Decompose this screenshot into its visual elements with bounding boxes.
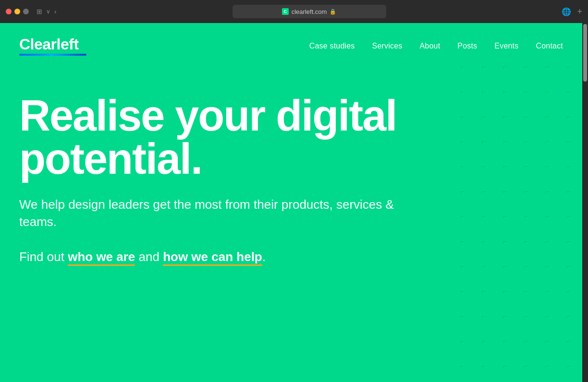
bracket-decoration: ⌐	[478, 336, 489, 346]
main-nav: Clearleft Case studies Services About Po…	[0, 23, 582, 56]
bracket-decoration: ⌐	[521, 211, 531, 222]
address-bar-container: C clearleft.com 🔒	[61, 5, 558, 18]
bracket-decoration: ⌐	[457, 186, 468, 197]
bracket-decoration: ⌐	[457, 336, 468, 346]
nav-link-services[interactable]: Services	[372, 42, 403, 50]
bracket-decoration: ⌐	[478, 286, 489, 297]
bracket-decoration: ⌐	[457, 361, 468, 371]
bracket-decoration: ⌐	[457, 111, 468, 122]
bracket-decoration: ⌐	[563, 86, 574, 97]
url-text: clearleft.com	[292, 8, 327, 15]
bracket-decoration: ⌐	[542, 236, 552, 247]
address-bar[interactable]: C clearleft.com 🔒	[233, 5, 386, 18]
bracket-decoration: ⌐	[563, 211, 574, 222]
bracket-decoration: ⌐	[457, 136, 468, 147]
bracket-decoration: ⌐	[457, 286, 468, 297]
bracket-decoration: ⌐	[500, 361, 510, 371]
bracket-decoration: ⌐	[542, 86, 552, 97]
bracket-decoration: ⌐	[500, 161, 510, 172]
bracket-decoration: ⌐	[542, 161, 552, 172]
bracket-decoration: ⌐	[563, 286, 574, 297]
website-content: ⌐ ⌐ ⌐ ⌐ ⌐ ⌐ ⌐ ⌐ ⌐ ⌐ ⌐ ⌐ ⌐ ⌐ ⌐ ⌐ ⌐ ⌐ ⌐ ⌐ …	[0, 23, 582, 382]
bracket-decoration: ⌐	[521, 236, 531, 247]
bracket-decoration: ⌐	[521, 286, 531, 297]
chevron-down-icon[interactable]: ∨	[46, 8, 50, 15]
decorative-pattern: ⌐ ⌐ ⌐ ⌐ ⌐ ⌐ ⌐ ⌐ ⌐ ⌐ ⌐ ⌐ ⌐ ⌐ ⌐ ⌐ ⌐ ⌐ ⌐ ⌐ …	[448, 23, 582, 382]
bracket-decoration: ⌐	[563, 136, 574, 147]
back-icon[interactable]: ‹	[54, 8, 57, 15]
bracket-decoration: ⌐	[457, 261, 468, 272]
bracket-decoration: ⌐	[500, 236, 510, 247]
close-button[interactable]	[6, 9, 12, 14]
hero-subtext: We help design leaders get the most from…	[19, 196, 413, 231]
bracket-decoration: ⌐	[521, 186, 531, 197]
scrollbar-thumb[interactable]	[583, 24, 587, 82]
bracket-decoration: ⌐	[457, 211, 468, 222]
sidebar-toggle-icon[interactable]: ⊞	[37, 8, 42, 15]
bracket-decoration: ⌐	[478, 136, 489, 147]
bracket-decoration: ⌐	[457, 161, 468, 172]
bracket-decoration: ⌐	[542, 261, 552, 272]
hero-cta: Find out who we are and how we can help.	[19, 248, 413, 265]
bracket-decoration: ⌐	[478, 186, 489, 197]
bracket-decoration: ⌐	[478, 61, 489, 72]
who-we-are-link[interactable]: who we are	[68, 250, 135, 266]
cta-prefix: Find out	[19, 250, 68, 264]
bracket-decoration: ⌐	[521, 136, 531, 147]
how-we-can-help-link[interactable]: how we can help	[163, 250, 262, 266]
cta-middle: and	[135, 250, 163, 264]
bracket-decoration: ⌐	[542, 311, 552, 322]
bracket-decoration: ⌐	[500, 86, 510, 97]
bracket-decoration: ⌐	[478, 261, 489, 272]
lock-icon: 🔒	[330, 9, 336, 15]
bracket-decoration: ⌐	[563, 261, 574, 272]
hero-section: Realise your digital potential. We help …	[0, 56, 432, 265]
bracket-decoration: ⌐	[542, 111, 552, 122]
bracket-decoration: ⌐	[500, 286, 510, 297]
bracket-decoration: ⌐	[542, 336, 552, 346]
bracket-decoration: ⌐	[500, 61, 510, 72]
nav-link-contact[interactable]: Contact	[536, 42, 563, 50]
bracket-decoration: ⌐	[500, 211, 510, 222]
bracket-decoration: ⌐	[563, 336, 574, 346]
bracket-decoration: ⌐	[500, 186, 510, 197]
nav-link-about[interactable]: About	[420, 42, 441, 50]
new-tab-button[interactable]: +	[577, 7, 582, 17]
bracket-decoration: ⌐	[563, 311, 574, 322]
bracket-decoration: ⌐	[478, 161, 489, 172]
bracket-decoration: ⌐	[542, 286, 552, 297]
bracket-decoration: ⌐	[563, 111, 574, 122]
bracket-decoration: ⌐	[542, 136, 552, 147]
bracket-decoration: ⌐	[478, 111, 489, 122]
bracket-decoration: ⌐	[457, 86, 468, 97]
bracket-decoration: ⌐	[457, 311, 468, 322]
nav-links: Case studies Services About Posts Events…	[309, 42, 563, 50]
bracket-decoration: ⌐	[542, 211, 552, 222]
bracket-decoration: ⌐	[521, 111, 531, 122]
bracket-decoration: ⌐	[521, 361, 531, 371]
bracket-decoration: ⌐	[521, 261, 531, 272]
bracket-decoration: ⌐	[563, 161, 574, 172]
favicon: C	[282, 8, 289, 15]
bracket-decoration: ⌐	[478, 211, 489, 222]
traffic-lights	[6, 9, 29, 14]
bracket-decoration: ⌐	[521, 86, 531, 97]
bracket-decoration: ⌐	[500, 136, 510, 147]
fullscreen-button[interactable]	[23, 9, 29, 14]
minimize-button[interactable]	[14, 9, 20, 14]
browser-right-icons: 🌐 +	[562, 7, 582, 17]
bracket-decoration: ⌐	[500, 336, 510, 346]
logo[interactable]: Clearleft	[19, 36, 86, 56]
browser-chrome: ⊞ ∨ ‹ C clearleft.com 🔒 🌐 +	[0, 0, 588, 23]
nav-link-posts[interactable]: Posts	[457, 42, 477, 50]
browser-nav-icons: ⊞ ∨ ‹	[37, 8, 57, 15]
cta-suffix: .	[262, 250, 266, 264]
hero-headline: Realise your digital potential.	[19, 94, 413, 180]
globe-icon[interactable]: 🌐	[562, 7, 571, 16]
scrollbar[interactable]	[582, 23, 588, 382]
nav-link-case-studies[interactable]: Case studies	[309, 42, 355, 50]
bracket-decoration: ⌐	[478, 236, 489, 247]
nav-link-events[interactable]: Events	[494, 42, 518, 50]
bracket-decoration: ⌐	[542, 186, 552, 197]
bracket-decoration: ⌐	[563, 361, 574, 371]
